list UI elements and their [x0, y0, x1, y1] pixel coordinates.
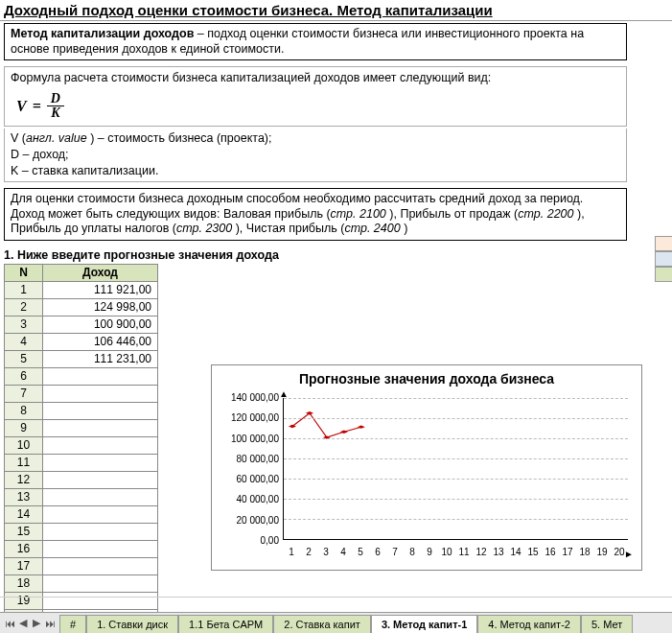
tab-last-icon[interactable]: ⏭	[44, 618, 56, 629]
x-tick: 16	[542, 547, 559, 557]
y-tick: 140 000,00	[221, 392, 279, 403]
cell-income[interactable]	[43, 523, 158, 540]
svg-rect-1	[306, 411, 313, 414]
def-v-b: англ. value	[26, 131, 87, 145]
table-row: 4106 446,00	[5, 333, 158, 350]
cell-n[interactable]: 11	[5, 454, 43, 471]
cell-income[interactable]	[43, 419, 158, 436]
table-row: 18	[5, 574, 158, 592]
cell-income[interactable]	[43, 471, 158, 488]
cell-income[interactable]: 111 231,00	[43, 350, 158, 367]
cell-income[interactable]: 100 900,00	[43, 316, 158, 333]
tab-3[interactable]: 2. Ставка капит	[273, 615, 371, 633]
cell-income[interactable]	[43, 505, 158, 523]
grid-line	[284, 499, 628, 500]
col-n: N	[5, 264, 43, 281]
cell-n[interactable]: 10	[5, 436, 43, 454]
y-tick: 60 000,00	[221, 474, 279, 484]
formula-den: K	[47, 106, 63, 120]
x-tick: 13	[490, 547, 507, 557]
x-tick: 5	[352, 547, 369, 557]
note-i2: стр. 2200	[518, 207, 573, 221]
y-tick: 0,00	[221, 535, 279, 546]
x-axis-labels: 1234567891011121314151617181920	[283, 547, 628, 557]
cell-n[interactable]: 4	[5, 333, 43, 350]
note-i3: стр. 2300	[176, 222, 232, 235]
income-table: N Доход 1111 921,002124 998,003100 900,0…	[4, 264, 158, 633]
cell-n[interactable]: 3	[5, 316, 43, 333]
cell-income[interactable]	[43, 402, 158, 419]
tab-next-icon[interactable]: ▶	[31, 618, 42, 629]
cell-n[interactable]: 2	[5, 298, 43, 316]
tab-1[interactable]: 1. Ставки диск	[86, 615, 178, 633]
section1-label: 1. Ниже введите прогнозные значения дохо…	[0, 243, 672, 264]
cell-n[interactable]: 9	[5, 419, 43, 436]
tab-hash[interactable]: #	[59, 615, 86, 633]
page-title: Доходный подход оценки стоимости бизнеса…	[0, 0, 672, 21]
sheet-tabs: ⏮ ◀ ▶ ⏭ # 1. Ставки диск 1.1 Бета CAPM 2…	[0, 612, 672, 633]
cell-n[interactable]: 12	[5, 471, 43, 488]
x-tick: 8	[404, 547, 421, 557]
table-row: 13	[5, 488, 158, 505]
cell-n[interactable]: 7	[5, 385, 43, 402]
grid-line	[284, 418, 628, 419]
cell-n[interactable]: 5	[5, 350, 43, 367]
cell-income[interactable]: 111 921,00	[43, 281, 158, 298]
tab-2[interactable]: 1.1 Бета CAPM	[178, 615, 273, 633]
tab-prev-icon[interactable]: ◀	[17, 618, 29, 629]
grid-line	[284, 479, 628, 480]
y-tick: 80 000,00	[221, 454, 279, 464]
table-row: 7	[5, 385, 158, 402]
formula-fraction: D K	[47, 92, 64, 120]
tab-first-icon[interactable]: ⏮	[4, 618, 15, 629]
cell-income[interactable]	[43, 454, 158, 471]
swatch-3	[655, 267, 672, 282]
def-v-c: ) – стоимость бизнеса (проекта);	[87, 131, 272, 145]
cell-n[interactable]: 15	[5, 523, 43, 540]
x-tick: 17	[559, 547, 576, 557]
table-row: 17	[5, 557, 158, 574]
cell-income[interactable]	[43, 488, 158, 505]
cell-n[interactable]: 1	[5, 281, 43, 298]
cell-income[interactable]	[43, 557, 158, 574]
cell-income[interactable]	[43, 436, 158, 454]
cell-n[interactable]: 14	[5, 505, 43, 523]
table-row: 15	[5, 523, 158, 540]
tab-6[interactable]: 5. Мет	[581, 615, 633, 633]
note-box: Для оценки стоимости бизнеса доходным сп…	[4, 188, 627, 241]
cell-n[interactable]: 13	[5, 488, 43, 505]
def-k: K – ставка капитализации.	[11, 163, 620, 179]
tab-4[interactable]: 3. Метод капит-1	[371, 615, 477, 633]
note-i4: стр. 2400	[344, 222, 400, 235]
table-row: 16	[5, 540, 158, 557]
cell-n[interactable]: 6	[5, 367, 43, 385]
x-tick: 7	[386, 547, 404, 557]
swatch-2	[655, 251, 672, 267]
svg-rect-0	[289, 425, 296, 428]
formula-num: D	[47, 92, 64, 106]
cell-income[interactable]	[43, 367, 158, 385]
table-row: 12	[5, 471, 158, 488]
def-v-a: V (	[11, 131, 26, 145]
cell-n[interactable]: 18	[5, 574, 43, 592]
note-i1: стр. 2100	[331, 207, 386, 221]
cell-income[interactable]: 124 998,00	[43, 298, 158, 316]
y-tick: 100 000,00	[221, 434, 279, 444]
formula-box: Формула расчета стоимости бизнеса капита…	[4, 66, 627, 127]
tab-5[interactable]: 4. Метод капит-2	[477, 615, 581, 633]
cell-income[interactable]: 106 446,00	[43, 333, 158, 350]
x-tick: 9	[421, 547, 438, 557]
cell-n[interactable]: 8	[5, 402, 43, 419]
cell-income[interactable]	[43, 385, 158, 402]
cell-income[interactable]	[43, 574, 158, 592]
x-tick: 11	[455, 547, 473, 557]
table-row: 3100 900,00	[5, 316, 158, 333]
y-axis-labels: 140 000,00120 000,00100 000,0080 000,006…	[221, 392, 279, 546]
intro-box: Метод капитализации доходов – подход оце…	[4, 23, 627, 60]
cell-income[interactable]	[43, 540, 158, 557]
cell-n[interactable]: 16	[5, 540, 43, 557]
cell-n[interactable]: 17	[5, 557, 43, 574]
x-tick: 19	[593, 547, 611, 557]
hscroll-area[interactable]	[0, 597, 672, 612]
chart-line	[284, 398, 628, 539]
